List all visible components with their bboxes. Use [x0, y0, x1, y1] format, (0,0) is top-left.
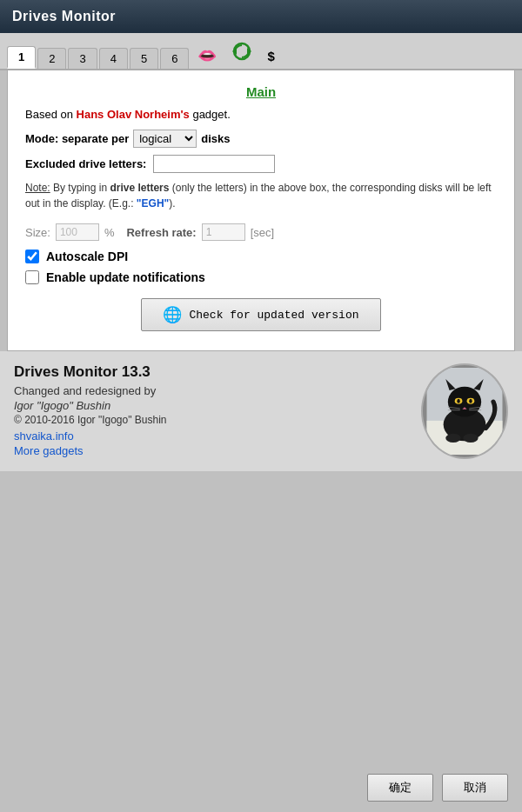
tab-4[interactable]: 4: [99, 48, 128, 69]
footer-section: Drives Monitor 13.3 Changed and redesign…: [0, 351, 522, 471]
cat-image: [421, 363, 508, 459]
mode-dropdown[interactable]: logical physical: [133, 130, 197, 148]
note-bold: drive letters: [110, 182, 169, 194]
note-text: Note: By typing in drive letters (only t…: [25, 180, 497, 211]
check-btn-label: Check for updated version: [189, 309, 358, 322]
footer-text: Drives Monitor 13.3 Changed and redesign…: [14, 363, 407, 459]
note-quoted: "EGH": [137, 197, 169, 210]
excluded-row: Excluded drive letters:: [25, 155, 497, 173]
tab-2[interactable]: 2: [37, 48, 66, 69]
check-version-button[interactable]: 🌐 Check for updated version: [141, 298, 380, 331]
lips-tab-icon[interactable]: 👄: [191, 43, 224, 69]
bottom-bar: 确定 取消: [0, 471, 522, 812]
excluded-label: Excluded drive letters:: [25, 157, 146, 170]
refresh-tab-icon[interactable]: [225, 38, 258, 69]
svg-point-19: [463, 434, 478, 443]
check-btn-row: 🌐 Check for updated version: [25, 298, 497, 331]
refresh-label: Refresh rate:: [126, 226, 196, 239]
app-title: Drives Monitor: [12, 9, 116, 23]
based-on-prefix: Based on: [25, 108, 77, 121]
update-notif-row: Enable update notifications: [25, 270, 497, 284]
svg-point-6: [448, 387, 481, 417]
tab-bar: 1 2 3 4 5 6 👄 $: [0, 33, 522, 70]
title-bar: Drives Monitor: [0, 0, 522, 33]
update-notif-checkbox[interactable]: [25, 270, 39, 284]
footer-subtitle: Changed and redesigned by: [14, 384, 407, 397]
footer-link-2[interactable]: More gadgets: [14, 444, 407, 457]
svg-point-12: [469, 399, 472, 403]
size-input[interactable]: [56, 223, 99, 241]
tab-6[interactable]: 6: [160, 48, 189, 69]
tab-1[interactable]: 1: [7, 46, 36, 69]
globe-icon: 🌐: [163, 305, 182, 324]
size-label: Size:: [25, 226, 50, 239]
excluded-input[interactable]: [153, 155, 275, 173]
autoscale-checkbox[interactable]: [25, 250, 39, 263]
based-on-suffix: gadget.: [190, 108, 231, 121]
svg-point-18: [445, 434, 460, 443]
footer-copyright: © 2010-2016 Igor "Igogo" Bushin: [14, 414, 407, 426]
footer-author: Igor "Igogo" Bushin: [14, 399, 407, 412]
size-refresh-row: Size: % Refresh rate: [sec]: [25, 223, 497, 241]
autoscale-row: Autoscale DPI: [25, 250, 497, 263]
author-name: Hans Olav Norheim's: [77, 108, 190, 121]
footer-title: Drives Monitor 13.3: [14, 363, 407, 381]
svg-point-11: [457, 399, 459, 403]
dollar-tab-icon[interactable]: $: [260, 45, 281, 69]
footer-link-1[interactable]: shvaika.info: [14, 429, 407, 443]
refresh-suffix: [sec]: [251, 226, 274, 239]
section-title: Main: [25, 84, 497, 99]
based-on-text: Based on Hans Olav Norheim's gadget.: [25, 108, 497, 121]
mode-label: Mode: separate per: [25, 132, 129, 145]
tab-5[interactable]: 5: [130, 48, 158, 69]
update-notif-label: Enable update notifications: [46, 270, 205, 284]
tab-3[interactable]: 3: [68, 48, 97, 69]
cancel-button[interactable]: 取消: [442, 774, 508, 802]
note-label: Note:: [25, 182, 50, 194]
mode-suffix: disks: [201, 132, 230, 145]
main-panel: Main Based on Hans Olav Norheim's gadget…: [7, 70, 515, 351]
mode-row: Mode: separate per logical physical disk…: [25, 130, 497, 148]
size-suffix: %: [104, 226, 115, 239]
confirm-button[interactable]: 确定: [367, 774, 433, 802]
refresh-input[interactable]: [202, 223, 245, 241]
autoscale-label: Autoscale DPI: [46, 250, 128, 263]
